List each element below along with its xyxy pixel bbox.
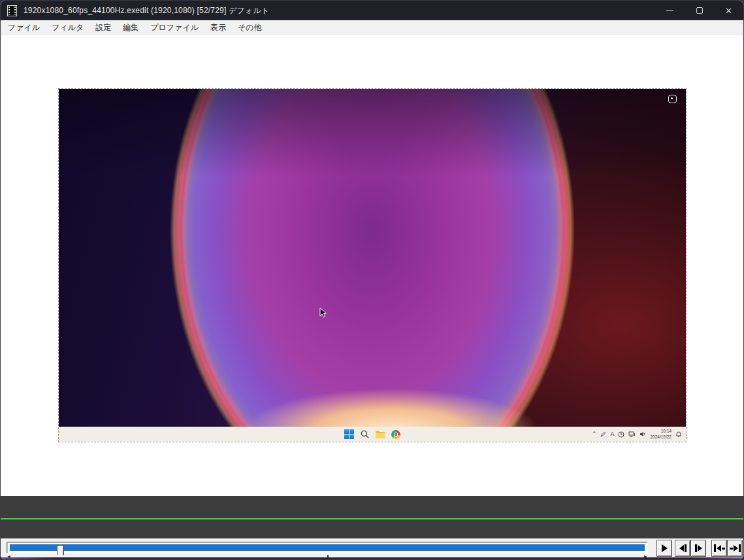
- menu-settings[interactable]: 設定: [89, 20, 117, 35]
- ime-a-icon: A: [610, 431, 614, 437]
- menu-other[interactable]: その他: [232, 20, 268, 35]
- menu-view[interactable]: 表示: [204, 20, 232, 35]
- transport-bar: [1, 538, 743, 557]
- next-frame-button[interactable]: [690, 540, 706, 557]
- video-frame-wallpaper: [59, 89, 686, 427]
- jump-end-button[interactable]: [727, 540, 743, 557]
- titlebar: 1920x1080_60fps_44100Hz.exedit (1920,108…: [1, 1, 743, 20]
- network-icon: [628, 431, 636, 437]
- hidden-icons-chevron-icon: ⌃: [592, 431, 597, 437]
- menu-edit[interactable]: 編集: [117, 20, 144, 35]
- taskbar-clock: 10:14 2024/12/22: [650, 429, 671, 439]
- maximize-icon: [696, 7, 703, 14]
- notification-bell-icon: [675, 431, 682, 438]
- window-title: 1920x1080_60fps_44100Hz.exedit (1920,108…: [24, 5, 269, 16]
- chrome-icon: [391, 429, 401, 439]
- aviutl-main-window: 1920x1080_60fps_44100Hz.exedit (1920,108…: [0, 0, 744, 560]
- close-icon: ✕: [725, 7, 732, 15]
- timeline-playhead-line: [1, 518, 743, 519]
- menu-file[interactable]: ファイル: [2, 20, 46, 35]
- start-icon: [344, 429, 354, 439]
- video-frame-taskbar: ⌃ A 10:14 2024/12/22: [59, 427, 686, 442]
- spotlight-picture-icon: [668, 95, 677, 103]
- menu-filter[interactable]: フィルタ: [46, 20, 89, 35]
- preview-client-area: ⌃ A 10:14 2024/12/22: [1, 36, 743, 496]
- prev-frame-button[interactable]: [675, 540, 690, 557]
- pen-icon: [600, 431, 606, 437]
- jump-start-button[interactable]: [711, 540, 727, 557]
- maximize-button[interactable]: [685, 1, 714, 20]
- file-explorer-icon: [376, 429, 385, 439]
- volume-icon: [639, 431, 646, 437]
- search-icon: [360, 429, 370, 439]
- menubar: ファイル フィルタ 設定 編集 プロファイル 表示 その他: [1, 20, 743, 35]
- window-bottom-border: [1, 557, 743, 560]
- minimize-button[interactable]: [655, 1, 685, 20]
- taskbar-date: 2024/12/22: [650, 435, 671, 440]
- menu-profile[interactable]: プロファイル: [144, 20, 204, 35]
- app-filmstrip-icon: [7, 5, 17, 16]
- tray-clock-icon: [618, 431, 624, 438]
- play-button[interactable]: [656, 540, 672, 557]
- minimize-icon: [666, 10, 673, 11]
- mouse-cursor-icon: [319, 307, 327, 318]
- timeline-band: [1, 496, 743, 538]
- seek-thumb[interactable]: [57, 545, 64, 559]
- seek-bar-fill: [10, 544, 645, 551]
- seek-bar[interactable]: [7, 542, 648, 553]
- video-preview[interactable]: ⌃ A 10:14 2024/12/22: [59, 89, 686, 442]
- taskbar-time: 10:14: [650, 429, 671, 434]
- close-button[interactable]: ✕: [714, 1, 743, 20]
